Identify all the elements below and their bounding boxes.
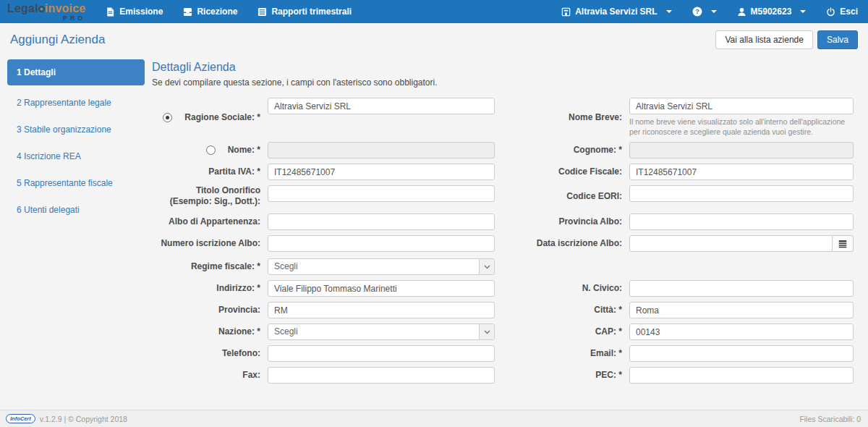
chevron-down-icon	[800, 10, 806, 13]
table-icon	[258, 7, 267, 17]
n-civico-input[interactable]	[629, 280, 854, 297]
form-row: Partita IVA: * Codice Fiscale:	[152, 164, 854, 180]
wizard-sidebar: 1 Dettagli 2 Rappresentante legale 3 Sta…	[7, 59, 145, 389]
indirizzo-input[interactable]	[268, 280, 495, 297]
question-circle-icon: ?	[692, 7, 702, 17]
cognome-label: Cognome: *	[502, 142, 622, 158]
cap-label: CAP: *	[502, 324, 622, 340]
logo-badge: PRO	[63, 15, 86, 22]
form-row: Provincia: Città: *	[152, 302, 854, 318]
menu-item-label: Ricezione	[197, 7, 237, 17]
infocert-logo: InfoCert	[6, 414, 35, 423]
logout-button[interactable]: Esci	[816, 0, 868, 23]
codice-fiscale-input[interactable]	[629, 164, 854, 180]
user-icon	[737, 7, 746, 17]
fax-input[interactable]	[268, 367, 495, 384]
sidebar-item-stabile-organizzazione[interactable]: 3 Stabile organizzazione	[7, 118, 145, 141]
menu-item-rapporti[interactable]: Rapporti trimestrali	[247, 0, 362, 23]
form-row: Nome: * Cognome: *	[152, 142, 854, 158]
navbar-right: Altravia Servizi SRL ? M5902623	[551, 0, 868, 23]
nome-radio[interactable]	[206, 145, 216, 155]
nazione-select[interactable]: Scegli	[268, 324, 495, 340]
user-id: M5902623	[751, 7, 792, 17]
form-title: Dettagli Azienda	[152, 61, 854, 74]
regime-fiscale-select[interactable]: Scegli	[268, 258, 495, 275]
numero-iscrizione-albo-input[interactable]	[268, 235, 495, 252]
form-row: Indirizzo: * N. Civico:	[152, 280, 854, 297]
codice-eori-input[interactable]	[629, 185, 854, 202]
logo-o-icon	[38, 6, 45, 12]
help-dropdown[interactable]: ?	[682, 0, 727, 23]
provincia-albo-input[interactable]	[629, 214, 854, 230]
chevron-down-icon	[479, 259, 494, 274]
nome-breve-input[interactable]	[629, 98, 854, 114]
logo-text-accent: invoice	[45, 3, 86, 14]
sidebar-item-iscrizione-rea[interactable]: 4 Iscrizione REA	[7, 145, 145, 168]
version-text: v.1.2.9 | © Copyright 2018	[40, 415, 127, 423]
form-row: Numero iscrizione Albo: Data iscrizione …	[152, 235, 854, 252]
provincia-input[interactable]	[268, 302, 495, 318]
provincia-label: Provincia:	[152, 302, 260, 318]
ragione-sociale-radio[interactable]	[163, 113, 172, 122]
sidebar-item-utenti-delegati[interactable]: 6 Utenti delegati	[7, 198, 145, 221]
form-row: Nazione: * Scegli CAP: *	[152, 324, 854, 340]
footer: InfoCert v.1.2.9 | © Copyright 2018 File…	[0, 410, 868, 427]
email-input[interactable]	[629, 345, 854, 362]
calendar-icon[interactable]	[833, 235, 854, 252]
user-dropdown[interactable]: M5902623	[727, 0, 817, 23]
form-row: Titolo Onorifico (Esempio: Sig., Dott.):…	[152, 185, 854, 207]
nome-label: Nome: *	[152, 142, 260, 158]
logo-text-dark: Legal	[7, 3, 38, 14]
partita-iva-input[interactable]	[268, 164, 495, 180]
save-button[interactable]: Salva	[817, 30, 858, 49]
form-row: Telefono: Email: *	[152, 345, 854, 362]
pec-input[interactable]	[629, 367, 854, 384]
ragione-sociale-input[interactable]	[268, 98, 495, 114]
citta-input[interactable]	[629, 302, 854, 318]
codice-fiscale-label: Codice Fiscale:	[502, 164, 622, 180]
sidebar-item-rappresentante-legale[interactable]: 2 Rappresentante legale	[7, 91, 145, 114]
sidebar-item-dettagli[interactable]: 1 Dettagli	[7, 59, 145, 85]
power-icon	[826, 7, 835, 17]
regime-fiscale-label: Regime fiscale: *	[152, 258, 260, 275]
nome-breve-label: Nome Breve:	[502, 98, 622, 137]
details-form: Dettagli Azienda Se devi compilare quest…	[152, 59, 854, 389]
page-title: Aggiungi Azienda	[10, 33, 105, 47]
codice-eori-label: Codice EORI:	[502, 185, 622, 207]
company-dropdown[interactable]: Altravia Servizi SRL	[551, 0, 681, 23]
cognome-input	[629, 142, 854, 158]
form-row: Fax: PEC: *	[152, 367, 854, 384]
data-iscrizione-albo-label: Data iscrizione Albo:	[502, 235, 622, 252]
chevron-down-icon	[711, 10, 717, 13]
data-iscrizione-albo-input[interactable]	[629, 235, 833, 252]
form-row: Ragione Sociale: * Nome Breve: Il nome b…	[152, 98, 854, 137]
fax-label: Fax:	[152, 367, 260, 384]
form-row: Albo di Appartenenza: Provincia Albo:	[152, 214, 854, 230]
top-navbar: Legalinvoice PRO Emissione Ricezione	[0, 0, 868, 23]
files-downloadable-count: Files Scaricabili: 0	[799, 415, 861, 423]
page-header: Aggiungi Azienda Vai alla lista aziende …	[0, 23, 868, 55]
company-name: Altravia Servizi SRL	[575, 7, 657, 17]
telefono-input[interactable]	[268, 345, 495, 362]
header-actions: Vai alla lista aziende Salva	[715, 30, 858, 49]
indirizzo-label: Indirizzo: *	[152, 280, 260, 297]
main-menu: Emissione Ricezione Rapporti trimestrali	[95, 0, 362, 23]
go-to-company-list-button[interactable]: Vai alla lista aziende	[715, 30, 813, 49]
albo-appartenenza-input[interactable]	[268, 214, 495, 230]
numero-iscrizione-albo-label: Numero iscrizione Albo:	[152, 235, 260, 252]
email-label: Email: *	[502, 345, 622, 362]
chevron-down-icon	[479, 324, 494, 339]
menu-item-label: Rapporti trimestrali	[271, 7, 352, 17]
sidebar-item-rappresentante-fiscale[interactable]: 5 Rappresentante fiscale	[7, 172, 145, 195]
partita-iva-label: Partita IVA: *	[152, 164, 260, 180]
menu-item-ricezione[interactable]: Ricezione	[173, 0, 247, 23]
n-civico-label: N. Civico:	[502, 280, 622, 297]
menu-item-emissione[interactable]: Emissione	[95, 0, 173, 23]
titolo-onorifico-input[interactable]	[268, 185, 495, 202]
provincia-albo-label: Provincia Albo:	[502, 214, 622, 230]
cap-input[interactable]	[629, 324, 854, 340]
pec-label: PEC: *	[502, 367, 622, 384]
company-icon	[561, 7, 571, 17]
menu-item-label: Emissione	[119, 7, 163, 17]
file-icon	[106, 7, 115, 17]
